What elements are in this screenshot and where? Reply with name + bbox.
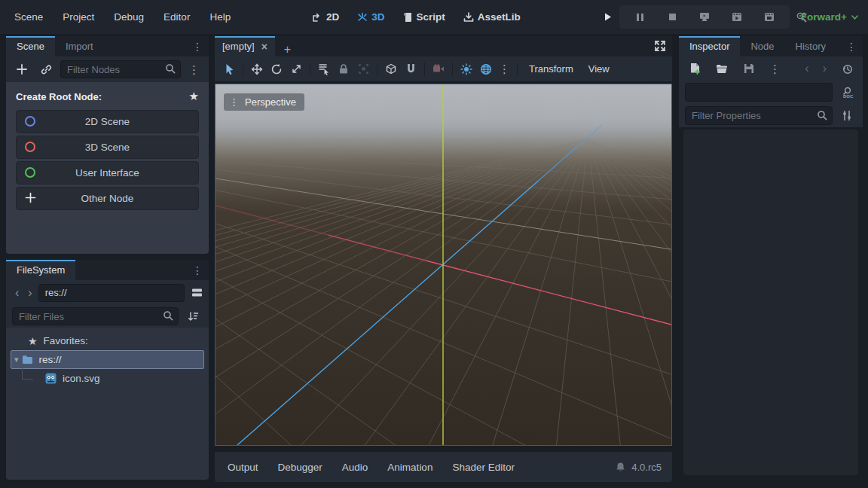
distraction-free-icon[interactable] [654, 40, 666, 52]
menu-scene[interactable]: Scene [5, 0, 53, 34]
workspace-switcher: 2D 3D Script AssetLib [312, 0, 521, 34]
play-scene-button[interactable] [727, 8, 747, 26]
search-icon [163, 310, 173, 321]
object-history-icon[interactable] [837, 59, 857, 78]
open-docs-icon[interactable]: DOC [837, 84, 857, 102]
file-sort-icon[interactable] [183, 307, 203, 325]
lock-icon[interactable] [334, 60, 353, 78]
menu-debug[interactable]: Debug [104, 0, 154, 34]
godot-file-icon [45, 373, 57, 384]
workspace-script-button[interactable]: Script [403, 11, 445, 23]
inspector-toolbar: ⋮ ‹ › [679, 56, 863, 81]
notification-bell-icon[interactable] [616, 462, 625, 472]
sun-icon[interactable] [457, 60, 476, 78]
workspace-2d-button[interactable]: 2D [312, 11, 339, 23]
filter-properties-input[interactable] [685, 106, 833, 125]
resource-options-icon[interactable]: ⋮ [766, 63, 784, 75]
group-icon[interactable] [353, 60, 373, 78]
scale-mode-icon[interactable] [286, 60, 306, 78]
shader-editor-button[interactable]: Shader Editor [442, 462, 524, 473]
tab-scene[interactable]: Scene [6, 36, 55, 56]
load-resource-icon[interactable] [712, 59, 732, 78]
edit-back-icon[interactable]: ‹ [802, 63, 811, 75]
filesystem-tree: ★ Favorites: ▾ res:// icon.svg [6, 328, 209, 480]
add-node-button[interactable] [12, 60, 32, 78]
edit-forward-icon[interactable]: › [820, 63, 830, 75]
filter-files-input[interactable] [12, 307, 179, 325]
close-icon[interactable]: × [261, 41, 267, 53]
history-forward-icon[interactable]: › [25, 287, 35, 299]
menu-editor[interactable]: Editor [154, 0, 200, 34]
menu-project[interactable]: Project [53, 0, 104, 34]
root-option-label: User Interface [17, 167, 198, 178]
collapse-caret-icon[interactable]: ▾ [11, 355, 22, 364]
snap-object-icon[interactable] [381, 60, 401, 78]
scene-tab-label: [empty] [222, 41, 255, 52]
file-label: icon.svg [63, 373, 100, 384]
play-button[interactable] [598, 8, 617, 26]
new-scene-tab-button[interactable]: + [275, 43, 300, 56]
list-select-icon[interactable] [314, 60, 334, 78]
search-icon [165, 63, 176, 74]
new-ui-scene-button[interactable]: User Interface [16, 161, 199, 185]
tab-import[interactable]: Import [55, 36, 104, 56]
res-root-label: res:// [39, 354, 62, 365]
renderer-label: Forward+ [801, 11, 847, 23]
view-menu[interactable]: View [581, 63, 617, 75]
history-back-icon[interactable]: ‹ [12, 287, 22, 299]
tab-history[interactable]: History [785, 36, 836, 56]
main-menus: Scene Project Debug Editor Help [0, 0, 240, 34]
viewport-3d[interactable]: ⋮ Perspective [215, 84, 672, 446]
tab-inspector[interactable]: Inspector [679, 36, 740, 56]
separator [310, 63, 310, 76]
save-icon[interactable] [739, 59, 759, 78]
resource-name-field[interactable] [685, 83, 833, 102]
plus-icon [25, 192, 36, 203]
property-tools-icon[interactable] [837, 107, 857, 125]
filter-nodes-input[interactable] [60, 60, 181, 78]
animation-button[interactable]: Animation [377, 462, 442, 473]
toggle-split-mode-icon[interactable] [188, 284, 207, 302]
tree-guide-line [22, 364, 33, 380]
remote-debug-icon[interactable] [695, 8, 714, 26]
filter-files-wrap [12, 307, 179, 325]
new-3d-scene-button[interactable]: 3D Scene [16, 136, 199, 159]
view-options-icon[interactable]: ⋮ [496, 63, 513, 75]
inspector-dock-menu-icon[interactable]: ⋮ [846, 36, 857, 56]
separator [452, 63, 453, 76]
transform-menu[interactable]: Transform [521, 63, 581, 75]
scene-tree-options-icon[interactable]: ⋮ [185, 64, 203, 75]
workspace-3d-button[interactable]: 3D [357, 11, 384, 23]
tab-node[interactable]: Node [740, 36, 784, 56]
renderer-select[interactable]: Forward+ [801, 0, 858, 34]
filesystem-dock-menu-icon[interactable]: ⋮ [192, 260, 203, 280]
file-item-icon-svg[interactable]: icon.svg [6, 369, 209, 388]
workspace-script-label: Script [417, 11, 445, 23]
view-menu-button[interactable]: ⋮ Perspective [224, 93, 304, 111]
output-button[interactable]: Output [218, 462, 268, 473]
new-2d-scene-button[interactable]: 2D Scene [16, 110, 199, 133]
favorite-star-icon[interactable]: ★ [189, 90, 199, 103]
camera-preview-icon[interactable] [429, 60, 448, 78]
res-root-item[interactable]: ▾ res:// [11, 350, 204, 369]
snap-magnet-icon[interactable] [401, 60, 420, 78]
rotate-mode-icon[interactable] [267, 60, 286, 78]
pause-button[interactable] [630, 8, 649, 26]
favorites-item[interactable]: ★ Favorites: [6, 331, 209, 350]
new-other-node-button[interactable]: Other Node [16, 187, 199, 210]
new-resource-icon[interactable] [685, 59, 704, 78]
scene-dock-menu-icon[interactable]: ⋮ [192, 36, 203, 56]
current-path-field[interactable] [38, 284, 185, 302]
menu-help[interactable]: Help [200, 0, 240, 34]
stop-button[interactable] [662, 8, 682, 26]
play-custom-scene-button[interactable] [760, 8, 779, 26]
audio-button[interactable]: Audio [332, 462, 378, 473]
workspace-assetlib-button[interactable]: AssetLib [463, 11, 521, 23]
scene-tab-empty[interactable]: [empty] × [215, 36, 275, 56]
move-mode-icon[interactable] [247, 60, 267, 78]
tab-filesystem[interactable]: FileSystem [6, 260, 75, 280]
instance-scene-icon[interactable] [36, 60, 56, 78]
debugger-button[interactable]: Debugger [268, 462, 332, 473]
environment-icon[interactable] [476, 60, 496, 78]
select-mode-icon[interactable] [219, 60, 239, 78]
